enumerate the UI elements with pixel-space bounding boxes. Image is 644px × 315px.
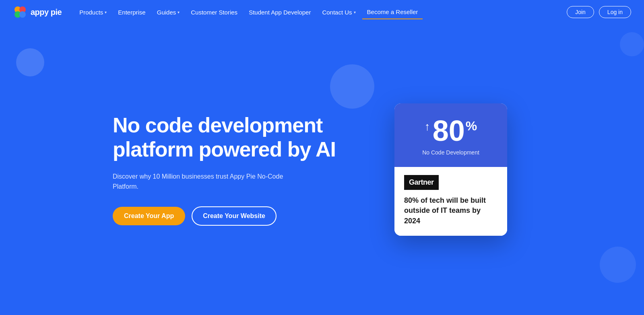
nav-links: Products ▾ Enterprise Guides ▾ Customer …	[74, 5, 567, 19]
products-chevron-icon: ▾	[105, 10, 107, 14]
logo-icon	[13, 5, 27, 19]
svg-point-3	[19, 11, 26, 18]
nav-guides[interactable]: Guides ▾	[152, 6, 185, 19]
stat-card-top: ↑ 80 % No Code Development	[394, 103, 507, 167]
stat-number-container: ↑ 80 %	[406, 116, 496, 145]
gartner-badge: Gartner	[404, 175, 439, 190]
decorative-circle-top-mid	[330, 64, 374, 109]
nav-reseller[interactable]: Become a Reseller	[362, 5, 423, 19]
create-website-button[interactable]: Create Your Website	[192, 206, 277, 226]
logo[interactable]: appy pie	[13, 5, 62, 19]
stat-card-bottom: Gartner 80% of tech will be built outsid…	[394, 167, 507, 236]
hero-right: ↑ 80 % No Code Development Gartner 80% o…	[394, 103, 507, 236]
contact-chevron-icon: ▾	[354, 10, 356, 14]
stat-card: ↑ 80 % No Code Development Gartner 80% o…	[394, 103, 507, 236]
create-app-button[interactable]: Create Your App	[113, 207, 185, 225]
stat-arrow-icon: ↑	[425, 121, 430, 132]
login-button[interactable]: Log in	[599, 6, 631, 18]
nav-actions: Join Log in	[567, 6, 631, 18]
decorative-circle-top-left	[16, 48, 44, 76]
stat-number-value: 80	[433, 116, 465, 145]
brand-name: appy pie	[31, 8, 62, 17]
nav-student-app[interactable]: Student App Developer	[244, 6, 316, 19]
stat-label: No Code Development	[406, 149, 496, 156]
stat-description: 80% of tech will be built outside of IT …	[404, 196, 497, 226]
hero-content: No code development platform powered by …	[80, 103, 564, 236]
hero-section: No code development platform powered by …	[0, 24, 644, 315]
navbar: appy pie Products ▾ Enterprise Guides ▾ …	[0, 0, 644, 24]
hero-subtitle: Discover why 10 Million businesses trust…	[113, 171, 290, 192]
join-button[interactable]: Join	[567, 6, 594, 18]
hero-left: No code development platform powered by …	[113, 113, 362, 226]
nav-enterprise[interactable]: Enterprise	[113, 6, 150, 19]
stat-percent: %	[466, 119, 477, 132]
nav-customer-stories[interactable]: Customer Stories	[186, 6, 242, 19]
nav-products[interactable]: Products ▾	[74, 6, 111, 19]
decorative-circle-bottom-right	[600, 247, 636, 283]
nav-contact[interactable]: Contact Us ▾	[317, 6, 360, 19]
hero-title: No code development platform powered by …	[113, 113, 362, 162]
hero-buttons: Create Your App Create Your Website	[113, 206, 362, 226]
decorative-circle-top-right	[620, 32, 644, 56]
guides-chevron-icon: ▾	[178, 10, 180, 14]
